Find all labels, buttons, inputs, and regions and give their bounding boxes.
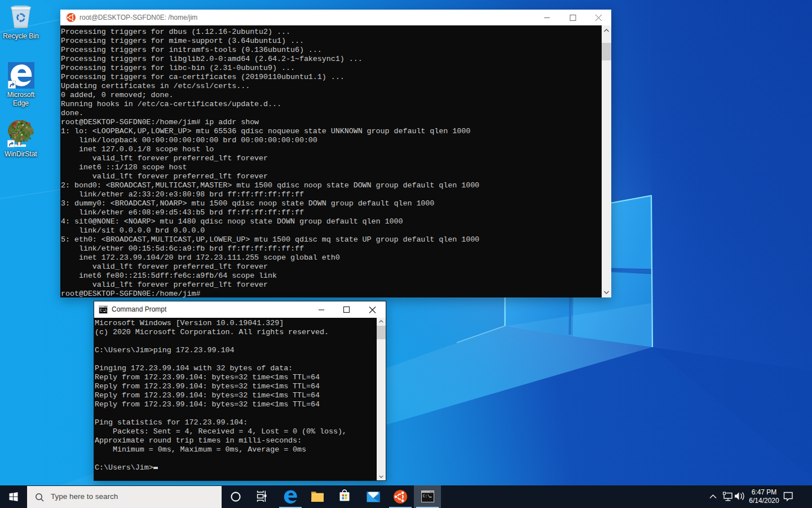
svg-text:C:\: C:\ [423,494,430,498]
svg-text:C:\: C:\ [100,308,107,313]
